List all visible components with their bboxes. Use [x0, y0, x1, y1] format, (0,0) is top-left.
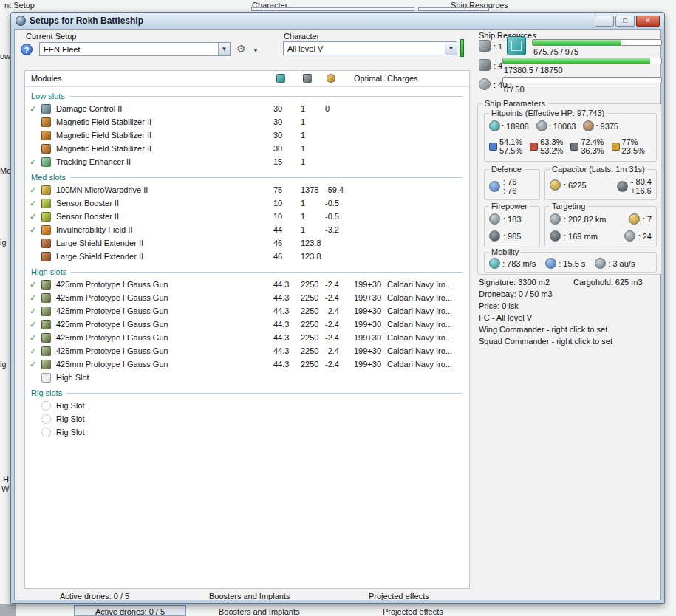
module-row[interactable]: ✓Damage Control II3010 — [25, 102, 469, 115]
module-row[interactable]: Magnetic Field Stabilizer II301 — [25, 142, 469, 155]
module-cpu: 15 — [273, 157, 301, 166]
module-cpu: 30 — [273, 131, 301, 140]
hybrid-turret-icon — [41, 360, 51, 369]
module-powergrid: 1 — [301, 144, 325, 153]
module-row[interactable]: Large Shield Extender II46123.8 — [25, 236, 469, 250]
bg-fragment: ig — [0, 360, 7, 369]
explosive-resist-icon — [612, 143, 620, 151]
armor-thermal-resist: 53.2% — [540, 146, 563, 155]
firepower-volley: : 965 — [503, 232, 521, 241]
module-charge: Caldari Navy Iro... — [387, 360, 469, 369]
maximize-button[interactable]: □ — [615, 16, 635, 27]
bg-tab-boosters[interactable]: Boosters and Implants — [219, 607, 299, 616]
module-row[interactable]: ✓Sensor Booster II101-0.5 — [25, 210, 469, 223]
turret-hardpoints-value: : 1 — [494, 42, 502, 51]
module-row[interactable]: Large Shield Extender II46123.8 — [25, 250, 469, 263]
sensor-booster-icon — [41, 199, 51, 208]
module-active-check-icon: ✓ — [30, 346, 41, 356]
cpu-bar — [532, 39, 662, 46]
invulnerability-field-icon — [41, 225, 51, 235]
module-cpu: 30 — [273, 144, 301, 153]
firepower-title: Firepower — [489, 202, 530, 211]
bg-combobox-sliver — [418, 7, 489, 11]
module-row[interactable]: ✓425mm Prototype I Gauss Gun44.32250-2.4… — [25, 291, 469, 304]
bg-tab-projected[interactable]: Projected effects — [383, 607, 443, 616]
powergrid-bar — [502, 58, 662, 64]
squad-commander-text[interactable]: Squad Commander - right click to set — [479, 337, 612, 346]
module-cap-use: -2.4 — [325, 320, 354, 329]
ship-parameters-group: Ship Parameters Hitpoints (Effective HP:… — [477, 103, 662, 275]
setups-window: Setups for Rokh Battleship – □ ✕ Current… — [10, 12, 665, 604]
tab-boosters-implants[interactable]: Boosters and Implants — [209, 592, 290, 600]
close-button[interactable]: ✕ — [636, 16, 660, 27]
module-name: 425mm Prototype I Gauss Gun — [56, 293, 273, 302]
character-combobox[interactable]: All level V ▼ — [283, 41, 457, 55]
scan-resolution: : 169 mm — [564, 232, 598, 241]
module-row[interactable]: Rig Slot — [25, 425, 469, 439]
powergrid-column-icon — [303, 74, 312, 83]
shield-em-resist: 54.1% — [499, 137, 522, 146]
titlebar[interactable]: Setups for Rokh Battleship – □ ✕ — [11, 13, 664, 29]
chevron-down-icon[interactable]: ▼ — [218, 43, 230, 55]
module-cap-use: -2.4 — [325, 280, 354, 289]
screen: nt Setup Character Ship Resources ow Me … — [0, 0, 676, 616]
module-row[interactable]: ✓425mm Prototype I Gauss Gun44.32250-2.4… — [25, 344, 469, 357]
module-row[interactable]: Magnetic Field Stabilizer II301 — [25, 129, 469, 142]
character-skill-indicator — [460, 39, 464, 57]
module-row[interactable]: ✓Sensor Booster II101-0.5 — [25, 196, 469, 210]
rig-slot-icon — [41, 401, 51, 411]
module-row[interactable]: ✓Tracking Enhancer II151 — [25, 155, 469, 168]
section-rule — [70, 177, 463, 178]
setup-tools-icon[interactable]: ⚙ — [236, 43, 246, 55]
wing-commander-text[interactable]: Wing Commander - right click to set — [479, 325, 607, 334]
align-time-icon — [545, 258, 556, 269]
minimize-button[interactable]: – — [595, 16, 614, 27]
tab-active-drones[interactable]: Active drones: 0 / 5 — [60, 592, 129, 600]
max-targets: : 7 — [643, 215, 652, 224]
module-row[interactable]: ✓425mm Prototype I Gauss Gun44.32250-2.4… — [25, 278, 469, 291]
module-name: Sensor Booster II — [56, 212, 273, 221]
module-cpu: 44 — [273, 225, 301, 234]
module-row[interactable]: Rig Slot — [25, 412, 469, 425]
hybrid-turret-icon — [41, 280, 51, 290]
chevron-down-icon[interactable]: ▼ — [445, 42, 457, 55]
module-row[interactable]: ✓425mm Prototype I Gauss Gun44.32250-2.4… — [25, 304, 469, 318]
module-name: Magnetic Field Stabilizer II — [56, 117, 273, 126]
bg-tab-active-drones[interactable]: Active drones: 0 / 5 — [74, 605, 186, 616]
help-icon[interactable]: ? — [21, 44, 33, 55]
module-cap-use: 0 — [325, 104, 354, 113]
capacitor-column-icon — [327, 74, 335, 83]
module-cap-use: -59.4 — [325, 185, 354, 194]
fc-text[interactable]: FC - All level V — [479, 313, 532, 322]
module-row[interactable]: High Slot — [25, 371, 469, 384]
module-row[interactable]: ✓425mm Prototype I Gauss Gun44.32250-2.4… — [25, 331, 469, 344]
cargohold-text: Cargohold: 625 m3 — [573, 278, 643, 287]
module-cpu: 10 — [273, 199, 301, 208]
mobility-title: Mobility — [489, 247, 521, 256]
module-row[interactable]: ✓425mm Prototype I Gauss Gun44.32250-2.4… — [25, 318, 469, 331]
module-powergrid: 1 — [301, 157, 325, 166]
module-charge: Caldari Navy Iro... — [387, 293, 469, 302]
defence-icon — [489, 181, 500, 192]
dps-turret-icon — [489, 213, 500, 225]
armor-em-resist: 57.5% — [499, 146, 522, 155]
module-cap-use: -3.2 — [325, 225, 354, 234]
character-value: All level V — [284, 44, 445, 53]
module-row[interactable]: Rig Slot — [25, 399, 469, 412]
module-row[interactable]: ✓425mm Prototype I Gauss Gun44.32250-2.4… — [25, 357, 469, 371]
shield-extender-icon — [41, 252, 51, 261]
module-row[interactable]: ✓Invulnerability Field II441-3.2 — [25, 223, 469, 236]
module-active-check-icon: ✓ — [30, 293, 41, 303]
setup-tools-caret-icon[interactable]: ▼ — [253, 47, 259, 54]
bg-fragment: ow — [0, 52, 10, 61]
current-setup-combobox[interactable]: FEN Fleet ▼ — [39, 42, 231, 56]
tab-projected-effects[interactable]: Projected effects — [369, 592, 429, 600]
armor-explosive-resist: 23.5% — [622, 146, 645, 155]
em-resist-icon — [489, 143, 497, 151]
calibration-bar — [502, 77, 662, 83]
module-active-check-icon: ✓ — [30, 185, 41, 195]
module-active-check-icon: ✓ — [30, 212, 41, 222]
module-name: 425mm Prototype I Gauss Gun — [56, 320, 273, 329]
module-row[interactable]: ✓100MN MicroWarpdrive II751375-59.4 — [25, 183, 469, 196]
module-row[interactable]: Magnetic Field Stabilizer II301 — [25, 115, 469, 129]
